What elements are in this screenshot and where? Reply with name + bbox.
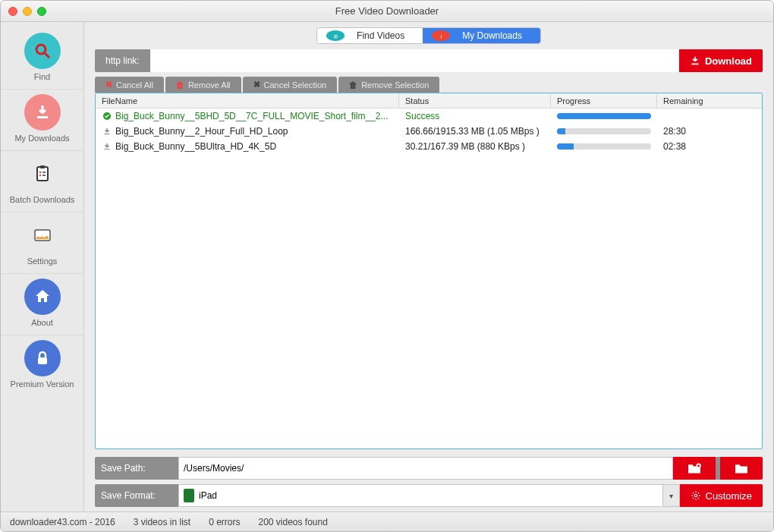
download-icon	[24, 94, 61, 131]
remaining-text: 28:30	[657, 126, 741, 137]
folder-icon	[734, 462, 749, 474]
remove-selection-button[interactable]: 🗑Remove Selection	[338, 77, 439, 93]
sidebar-item-premium[interactable]: Premium Version	[1, 335, 83, 396]
status-errors: 0 errors	[209, 517, 240, 527]
trash-icon: 🗑	[176, 80, 184, 90]
lock-icon	[24, 340, 61, 376]
status-bar: downloader43.com - 2016 3 videos in list…	[1, 512, 773, 531]
progress-bar	[557, 113, 651, 119]
gear-icon	[691, 490, 701, 501]
add-folder-button[interactable]	[673, 457, 716, 480]
device-icon	[184, 489, 194, 502]
tab-my-downloads[interactable]: ↓My Downloads	[423, 28, 540, 43]
zoom-window-button[interactable]	[37, 7, 46, 16]
downloads-badge-icon: ↓	[432, 30, 450, 41]
sidebar: Find My Downloads Batch Downloads Settin…	[1, 22, 84, 512]
sidebar-item-label: My Downloads	[14, 134, 69, 143]
file-name: Big_Buck_Bunny__5BHD_5D__7C_FULL_MOVIE_S…	[115, 111, 389, 121]
app-window: Free Video Downloader Find My Downloads …	[0, 0, 774, 532]
save-path-input[interactable]	[178, 457, 673, 480]
svg-point-0	[36, 45, 46, 54]
progress-cell	[551, 128, 657, 134]
col-status[interactable]: Status	[399, 93, 551, 108]
svg-rect-3	[37, 167, 48, 181]
mode-segmented-control: ⌕Find Videos ↓My Downloads	[316, 27, 541, 44]
progress-cell	[551, 113, 657, 119]
download-button[interactable]: Download	[679, 49, 763, 72]
svg-rect-14	[105, 149, 110, 150]
sidebar-item-label: Find	[34, 72, 50, 81]
close-window-button[interactable]	[8, 7, 17, 16]
status-videos: 3 videos in list	[134, 517, 190, 527]
download-icon	[102, 141, 112, 152]
downloads-table: FileName Status Progress Remaining Big_B…	[95, 93, 763, 449]
open-folder-button[interactable]	[720, 457, 763, 480]
sidebar-item-find[interactable]: Find	[1, 28, 83, 90]
check-icon	[102, 111, 112, 121]
status-site: downloader43.com - 2016	[10, 517, 115, 527]
save-path-label: Save Path:	[95, 457, 178, 480]
save-format-value: iPad	[199, 490, 217, 501]
save-format-label: Save Format:	[95, 484, 178, 507]
save-format-row: Save Format: iPad ▾ Customize	[95, 484, 763, 507]
table-row[interactable]: Big_Buck_Bunny__5BHD_5D__7C_FULL_MOVIE_S…	[96, 109, 762, 124]
cancel-all-button[interactable]: ✖Cancel All	[95, 77, 164, 93]
trash-icon: 🗑	[349, 80, 357, 90]
bottom-panel: Save Path: Save Format: iPad ▾	[95, 457, 763, 512]
progress-bar	[557, 128, 651, 134]
download-icon	[102, 126, 112, 137]
cancel-icon: ✖	[105, 80, 112, 90]
svg-rect-11	[691, 64, 698, 65]
svg-point-6	[39, 175, 40, 176]
save-path-row: Save Path:	[95, 457, 763, 480]
titlebar: Free Video Downloader	[1, 1, 773, 22]
col-filename[interactable]: FileName	[96, 93, 399, 108]
sidebar-item-downloads[interactable]: My Downloads	[1, 90, 83, 151]
home-icon	[24, 279, 61, 315]
sidebar-item-about[interactable]: About	[1, 274, 83, 335]
table-row[interactable]: Big_Buck_Bunny__2_Hour_Full_HD_Loop166.6…	[96, 124, 762, 139]
folder-plus-icon	[687, 462, 702, 474]
main-panel: ⌕Find Videos ↓My Downloads http link: Do…	[84, 22, 773, 512]
table-row[interactable]: Big_Buck_Bunny__5BUltra_HD_4K_5D30.21/16…	[96, 139, 762, 154]
table-body: Big_Buck_Bunny__5BHD_5D__7C_FULL_MOVIE_S…	[96, 109, 762, 449]
settings-icon	[24, 217, 61, 253]
svg-rect-2	[37, 116, 48, 118]
url-bar: http link: Download	[95, 49, 763, 72]
svg-point-16	[694, 494, 697, 497]
sidebar-item-label: Settings	[27, 257, 58, 266]
clipboard-icon	[24, 156, 61, 192]
sidebar-item-label: Batch Downloads	[10, 195, 75, 204]
col-remaining[interactable]: Remaining	[657, 93, 741, 108]
cancel-selection-button[interactable]: ✖Cancel Selection	[243, 77, 338, 93]
download-arrow-icon	[690, 55, 700, 66]
window-title: Free Video Downloader	[1, 5, 773, 17]
status-text: Success	[399, 111, 551, 121]
tab-find-videos[interactable]: ⌕Find Videos	[317, 28, 423, 43]
find-badge-icon: ⌕	[326, 30, 345, 41]
status-text: 30.21/167.39 MB (880 KBps )	[399, 141, 551, 152]
sidebar-item-label: About	[31, 318, 53, 327]
customize-button[interactable]: Customize	[680, 484, 763, 507]
file-name: Big_Buck_Bunny__5BUltra_HD_4K_5D	[115, 141, 276, 152]
sidebar-item-settings[interactable]: Settings	[1, 212, 83, 274]
svg-line-1	[45, 53, 49, 58]
progress-bar	[557, 143, 651, 150]
url-input[interactable]	[150, 49, 679, 72]
sidebar-item-batch[interactable]: Batch Downloads	[1, 151, 83, 212]
action-row: ✖Cancel All 🗑Remove All ✖Cancel Selectio…	[95, 77, 763, 93]
remaining-text: 02:38	[657, 141, 741, 152]
svg-rect-10	[38, 357, 47, 364]
status-text: 166.66/1915.33 MB (1.05 MBps )	[399, 126, 551, 137]
svg-rect-13	[105, 134, 110, 134]
minimize-window-button[interactable]	[23, 7, 32, 16]
svg-point-5	[39, 172, 40, 173]
chevron-down-icon: ▾	[662, 485, 679, 506]
col-progress[interactable]: Progress	[551, 93, 657, 108]
url-label: http link:	[95, 49, 150, 72]
svg-rect-4	[40, 165, 45, 168]
save-format-select[interactable]: iPad ▾	[178, 484, 680, 507]
file-name: Big_Buck_Bunny__2_Hour_Full_HD_Loop	[115, 126, 288, 137]
remove-all-button[interactable]: 🗑Remove All	[165, 77, 241, 93]
progress-cell	[551, 143, 657, 150]
